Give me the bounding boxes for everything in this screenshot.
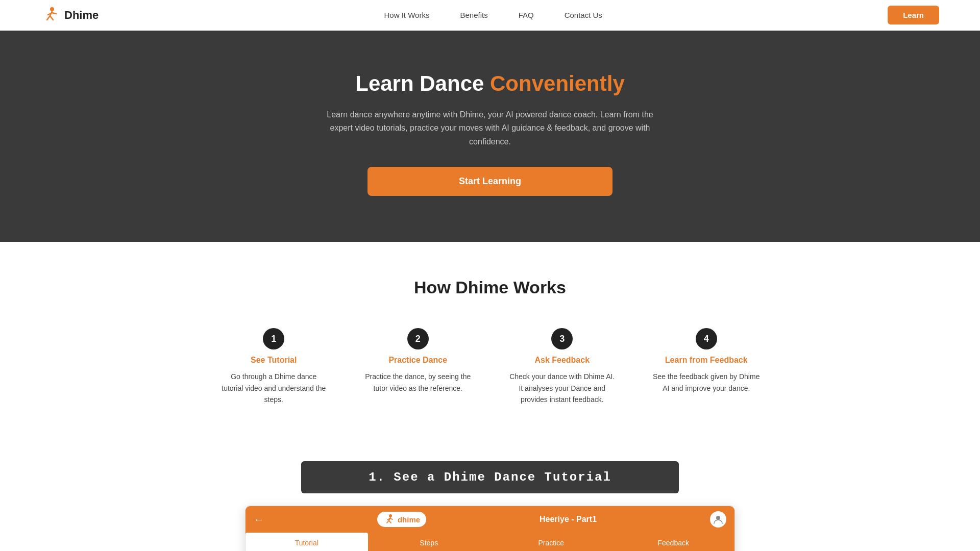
how-it-works-section: How Dhime Works 1 See Tutorial Go throug… bbox=[0, 242, 980, 441]
step-2-description: Practice the dance, by seeing the tutor … bbox=[364, 371, 473, 394]
svg-line-5 bbox=[52, 13, 56, 14]
step-4-description: See the feedback given by Dhime AI and i… bbox=[652, 371, 761, 394]
brand-logo[interactable]: Dhime bbox=[41, 6, 99, 25]
svg-point-12 bbox=[716, 516, 720, 520]
step-3-card: 3 Ask Feedback Check your dance with Dhi… bbox=[498, 323, 627, 410]
step-3-title: Ask Feedback bbox=[534, 356, 590, 365]
tutorial-section: 1. See a Dhime Dance Tutorial ← dhime He… bbox=[0, 441, 980, 551]
app-tab-feedback[interactable]: Feedback bbox=[612, 533, 735, 551]
nav-benefits[interactable]: Benefits bbox=[460, 11, 487, 19]
app-tab-steps[interactable]: Steps bbox=[368, 533, 491, 551]
app-logo-icon bbox=[383, 514, 395, 525]
svg-line-3 bbox=[50, 16, 53, 20]
app-logo-text: dhime bbox=[398, 515, 420, 524]
app-back-button[interactable]: ← bbox=[254, 514, 264, 525]
app-tab-practice[interactable]: Practice bbox=[490, 533, 612, 551]
hero-title: Learn Dance Conveniently bbox=[355, 71, 625, 96]
hero-section: Learn Dance Conveniently Learn dance any… bbox=[0, 31, 980, 242]
svg-line-11 bbox=[390, 518, 393, 519]
logo-icon bbox=[41, 6, 60, 25]
app-song-title: Heeriye - Part1 bbox=[540, 515, 597, 524]
step-3-number: 3 bbox=[551, 328, 573, 349]
start-learning-button[interactable]: Start Learning bbox=[368, 167, 612, 196]
step-2-number: 2 bbox=[407, 328, 429, 349]
step-2-title: Practice Dance bbox=[388, 356, 447, 365]
app-logo-pill: dhime bbox=[377, 512, 426, 527]
app-avatar bbox=[710, 511, 726, 528]
steps-grid: 1 See Tutorial Go through a Dhime dance … bbox=[209, 323, 771, 410]
brand-name: Dhime bbox=[64, 9, 99, 22]
navbar: Dhime How It Works Benefits FAQ Contact … bbox=[0, 0, 980, 31]
step-1-description: Go through a Dhime dance tutorial video … bbox=[219, 371, 328, 405]
nav-contact[interactable]: Contact Us bbox=[565, 11, 602, 19]
nav-learn-button[interactable]: Learn bbox=[888, 6, 939, 24]
svg-point-6 bbox=[389, 514, 392, 517]
step-4-number: 4 bbox=[696, 328, 717, 349]
tutorial-banner: 1. See a Dhime Dance Tutorial bbox=[301, 461, 679, 493]
hero-title-plain: Learn Dance bbox=[355, 71, 490, 95]
how-section-title: How Dhime Works bbox=[41, 278, 939, 297]
step-4-card: 4 Learn from Feedback See the feedback g… bbox=[642, 323, 771, 410]
step-3-description: Check your dance with Dhime AI. It analy… bbox=[508, 371, 617, 405]
user-icon bbox=[713, 514, 723, 524]
hero-description: Learn dance anywhere anytime with Dhime,… bbox=[327, 108, 653, 148]
step-4-title: Learn from Feedback bbox=[665, 356, 748, 365]
svg-line-8 bbox=[387, 520, 389, 523]
step-2-card: 2 Practice Dance Practice the dance, by … bbox=[354, 323, 483, 410]
nav-how-it-works[interactable]: How It Works bbox=[384, 11, 430, 19]
app-topbar: ← dhime Heeriye - Part1 bbox=[246, 506, 734, 533]
step-1-number: 1 bbox=[263, 328, 284, 349]
nav-faq[interactable]: FAQ bbox=[519, 11, 534, 19]
step-1-title: See Tutorial bbox=[251, 356, 297, 365]
svg-line-9 bbox=[389, 520, 391, 523]
app-tabs: Tutorial Steps Practice Feedback bbox=[246, 533, 734, 551]
svg-line-2 bbox=[47, 16, 50, 20]
nav-links: How It Works Benefits FAQ Contact Us bbox=[384, 11, 602, 19]
step-1-card: 1 See Tutorial Go through a Dhime dance … bbox=[209, 323, 338, 410]
app-tab-tutorial[interactable]: Tutorial bbox=[246, 533, 368, 551]
hero-title-highlight: Conveniently bbox=[490, 71, 625, 95]
app-mockup: ← dhime Heeriye - Part1 bbox=[245, 506, 735, 551]
